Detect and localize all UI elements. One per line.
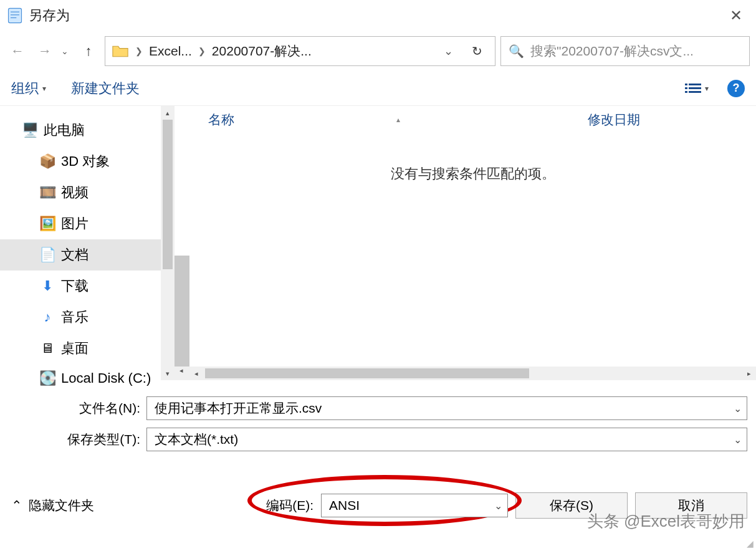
- tree-scrollbar[interactable]: ▴ ▾: [161, 106, 175, 380]
- scroll-down-icon[interactable]: ▾: [161, 367, 175, 380]
- window-title: 另存为: [29, 6, 722, 25]
- svg-rect-9: [689, 91, 701, 93]
- sort-indicator-icon: ▴: [396, 115, 400, 124]
- view-button[interactable]: ▾: [685, 82, 709, 95]
- savetype-select[interactable]: 文本文档(*.txt) ⌄: [146, 428, 747, 451]
- scroll-left-icon[interactable]: ◂: [189, 370, 203, 378]
- encoding-select[interactable]: ANSI ⌄: [321, 494, 508, 517]
- download-icon: ⬇: [40, 279, 55, 293]
- scroll-right-icon[interactable]: ▸: [742, 370, 756, 378]
- desktop-icon: 🖥: [40, 342, 55, 355]
- scroll-thumb[interactable]: [163, 120, 173, 269]
- monitor-icon: 🖥️: [22, 123, 37, 137]
- tree-local-disk[interactable]: 💽 Local Disk (C:): [0, 364, 175, 393]
- tree-videos[interactable]: 🎞️ 视频: [0, 177, 175, 208]
- address-bar[interactable]: ❯ Excel... ❯ 20200707-解决... ⌄ ↻: [105, 36, 495, 66]
- tree-downloads[interactable]: ⬇ 下载: [0, 271, 175, 302]
- close-button[interactable]: ✕: [722, 7, 750, 24]
- savetype-label: 保存类型(T):: [0, 431, 146, 448]
- chevron-down-icon[interactable]: ⌄: [734, 434, 742, 446]
- chevron-right-icon: ❯: [135, 46, 143, 56]
- empty-message: 没有与搜索条件匹配的项。: [189, 133, 756, 183]
- organize-button[interactable]: 组织▾: [11, 79, 46, 98]
- view-icon: [685, 82, 701, 95]
- image-icon: 🖼️: [40, 217, 55, 231]
- resize-grip-icon[interactable]: ◢: [747, 539, 754, 549]
- search-placeholder: 搜索"20200707-解决csv文...: [530, 42, 694, 60]
- list-hscrollbar[interactable]: ◂ ▸: [189, 367, 756, 380]
- encoding-label: 编码(E):: [266, 497, 313, 514]
- new-folder-button[interactable]: 新建文件夹: [71, 79, 140, 98]
- chevron-right-icon: ❯: [198, 46, 206, 56]
- refresh-button[interactable]: ↻: [466, 44, 489, 59]
- search-input[interactable]: 🔍 搜索"20200707-解决csv文...: [500, 36, 750, 66]
- tree-desktop[interactable]: 🖥 桌面: [0, 333, 175, 364]
- col-modified[interactable]: 修改日期: [588, 111, 756, 128]
- search-icon: 🔍: [509, 44, 524, 59]
- svg-rect-7: [689, 87, 701, 89]
- chevron-down-icon[interactable]: ⌄: [734, 403, 742, 414]
- svg-rect-4: [685, 84, 687, 85]
- titlebar: 另存为 ✕: [0, 0, 756, 31]
- file-list: 名称 ▴ 修改日期 没有与搜索条件匹配的项。 ◂ ▸: [189, 106, 756, 380]
- film-icon: 🎞️: [40, 186, 55, 199]
- main-area: 🖥️ 此电脑 📦 3D 对象 🎞️ 视频 🖼️ 图片 📄 文档 ⬇ 下载 ♪ 音…: [0, 106, 756, 380]
- breadcrumb-seg-1[interactable]: Excel...: [149, 44, 192, 59]
- save-button[interactable]: 保存(S): [515, 492, 628, 519]
- filename-input[interactable]: 使用记事本打开正常显示.csv ⌄: [146, 396, 747, 420]
- cube-icon: 📦: [40, 155, 55, 168]
- tree-music[interactable]: ♪ 音乐: [0, 302, 175, 333]
- filename-row: 文件名(N): 使用记事本打开正常显示.csv ⌄: [0, 393, 756, 424]
- svg-rect-6: [685, 87, 687, 89]
- breadcrumb-seg-2[interactable]: 20200707-解决...: [212, 42, 312, 60]
- back-button[interactable]: ←: [6, 40, 29, 62]
- address-dropdown[interactable]: ⌄: [438, 44, 459, 58]
- chevron-down-icon[interactable]: ⌄: [494, 500, 502, 512]
- disk-icon: 💽: [40, 371, 55, 385]
- music-icon: ♪: [40, 310, 55, 324]
- tree-documents[interactable]: 📄 文档: [0, 239, 175, 271]
- tree-3d-objects[interactable]: 📦 3D 对象: [0, 146, 175, 177]
- forward-button[interactable]: →: [34, 40, 56, 62]
- nav-row: ← → ⌄ ↑ ❯ Excel... ❯ 20200707-解决... ⌄ ↻ …: [0, 31, 756, 71]
- splitter[interactable]: ◂: [175, 106, 189, 380]
- chevron-down-icon: ▾: [705, 84, 709, 93]
- bottom-bar: ⌃ 隐藏文件夹 编码(E): ANSI ⌄ 保存(S) 取消: [0, 455, 756, 519]
- savetype-row: 保存类型(T): 文本文档(*.txt) ⌄: [0, 424, 756, 455]
- scroll-thumb[interactable]: [205, 368, 529, 378]
- column-headers: 名称 ▴ 修改日期: [189, 106, 756, 133]
- tree-pictures[interactable]: 🖼️ 图片: [0, 208, 175, 239]
- notepad-icon: [6, 7, 24, 24]
- chevron-down-icon: ▾: [42, 84, 46, 93]
- col-name[interactable]: 名称: [208, 111, 234, 128]
- svg-rect-5: [689, 84, 701, 85]
- hide-folders-toggle[interactable]: ⌃ 隐藏文件夹: [0, 497, 94, 514]
- chevron-up-icon: ⌃: [11, 498, 22, 513]
- svg-rect-8: [685, 91, 687, 93]
- scroll-up-icon[interactable]: ▴: [161, 106, 175, 120]
- cancel-button[interactable]: 取消: [635, 492, 747, 519]
- svg-rect-0: [9, 8, 22, 22]
- history-dropdown[interactable]: ⌄: [61, 46, 72, 56]
- toolbar: 组织▾ 新建文件夹 ▾ ?: [0, 71, 756, 106]
- document-icon: 📄: [40, 248, 55, 262]
- help-button[interactable]: ?: [727, 80, 745, 97]
- tree-this-pc[interactable]: 🖥️ 此电脑: [0, 115, 175, 146]
- filename-label: 文件名(N):: [0, 400, 146, 417]
- up-button[interactable]: ↑: [77, 40, 100, 62]
- nav-tree: 🖥️ 此电脑 📦 3D 对象 🎞️ 视频 🖼️ 图片 📄 文档 ⬇ 下载 ♪ 音…: [0, 106, 175, 380]
- folder-icon: [112, 44, 129, 58]
